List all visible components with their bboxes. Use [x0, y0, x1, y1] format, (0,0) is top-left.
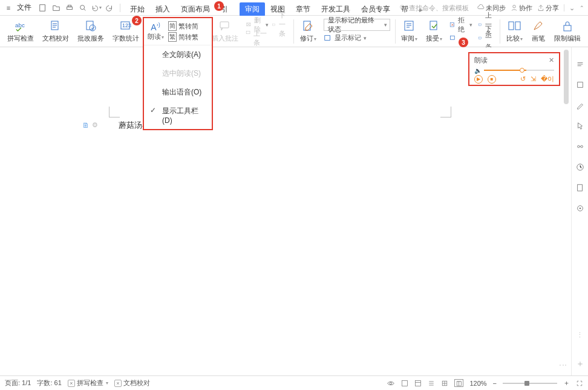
- sb-view2-icon[interactable]: [414, 380, 422, 387]
- qa-undo-icon[interactable]: ▾: [91, 2, 102, 13]
- qa-preview-icon[interactable]: [77, 2, 88, 13]
- prev-comment[interactable]: 上一条: [246, 29, 269, 47]
- search-box[interactable]: 查找命令、搜索模板: [396, 2, 472, 14]
- sb-page[interactable]: 页面: 1/1: [5, 378, 31, 388]
- play-icon[interactable]: ▶: [474, 75, 483, 84]
- next-comment[interactable]: 下一条: [272, 19, 289, 31]
- document-canvas: 🗎 ⚙ 蘑菇汤早餐: [0, 47, 570, 375]
- tab-review[interactable]: 审阅: [240, 2, 265, 16]
- t2s-btn[interactable]: 简繁转简: [168, 21, 212, 31]
- sb-zoom[interactable]: 120%: [469, 380, 486, 387]
- qa-redo-icon[interactable]: [104, 2, 115, 13]
- read-full[interactable]: 全文朗读(A): [144, 45, 212, 64]
- show-final-combo[interactable]: 显示标记的最终状态: [324, 19, 390, 31]
- lock-icon: [560, 19, 575, 33]
- compare-icon: [508, 19, 522, 33]
- tab-start[interactable]: 开始: [125, 2, 150, 16]
- statusbar: 页面: 1/1 字数: 61 ×拼写检查▾ ×文档校对 ◫ 120% − ＋: [0, 375, 588, 390]
- rg-insert-comment[interactable]: 插入批注: [208, 17, 242, 46]
- cloud-off-icon: [477, 4, 485, 12]
- rg-spellcheck[interactable]: abc 拼写检查: [4, 17, 38, 46]
- tab-vip[interactable]: 会员专享: [356, 2, 396, 16]
- file-menu[interactable]: 文件: [17, 2, 31, 13]
- doc-gear-icon[interactable]: ⚙: [92, 121, 98, 129]
- rt-tool-icon[interactable]: [575, 203, 585, 213]
- scrollbar-thumb[interactable]: [564, 50, 569, 104]
- rt-plus-icon[interactable]: ＋: [576, 359, 584, 369]
- share-link[interactable]: 分享: [537, 4, 559, 13]
- audio-slider[interactable]: 🔈: [474, 67, 554, 73]
- read-menu: 全文朗读(A) 选中朗读(S) 输出语音(O) ✓显示工具栏(D): [144, 45, 212, 129]
- tab-dev[interactable]: 开发工具: [316, 2, 356, 16]
- rg-review[interactable]: 审阅▾: [397, 17, 421, 46]
- sb-view4-icon[interactable]: [441, 380, 448, 387]
- sb-zoom-in-icon[interactable]: ＋: [563, 378, 570, 388]
- tab-chapter[interactable]: 章节: [290, 2, 316, 16]
- rt-cursor-icon[interactable]: [575, 121, 585, 131]
- prev-change-icon: [479, 21, 482, 28]
- rg-approve[interactable]: 批改服务: [74, 17, 108, 46]
- read-button[interactable]: A›) 朗读▾: [144, 18, 167, 45]
- scroll-dots-icon: ⋮: [559, 362, 567, 368]
- rg-docproof[interactable]: 文档校对: [39, 17, 73, 46]
- rg-revise[interactable]: 修订▾: [296, 17, 320, 46]
- caret-down-icon[interactable]: ⌃: [580, 5, 584, 11]
- hamburger-icon[interactable]: ≡: [4, 3, 13, 13]
- stop-icon[interactable]: ■: [488, 75, 496, 84]
- sb-spell[interactable]: ×拼写检查▾: [68, 378, 108, 388]
- read-toolbar[interactable]: ✓显示工具栏(D): [144, 102, 212, 129]
- qa-print-icon[interactable]: [64, 2, 75, 13]
- coop-link[interactable]: 协作: [511, 4, 532, 13]
- rg-compare[interactable]: 比较▾: [503, 17, 526, 46]
- vertical-scrollbar[interactable]: [564, 50, 569, 373]
- audio-close-icon[interactable]: ✕: [549, 56, 554, 64]
- badge-2: 2: [132, 16, 142, 25]
- rt-pencil-icon[interactable]: [575, 101, 585, 110]
- sb-proof[interactable]: ×文档校对: [114, 378, 150, 388]
- sb-fit-icon[interactable]: ◫: [454, 379, 463, 387]
- sb-zoom-out-icon[interactable]: −: [493, 380, 497, 387]
- rg-restrict[interactable]: 限制编辑: [550, 17, 584, 46]
- sb-view1-icon[interactable]: [401, 380, 408, 387]
- rg-accept[interactable]: 接受▾: [422, 17, 446, 46]
- audio-panel: 朗读 ✕ 🔈 ▶ ■ ↺ ⇲ �이: [468, 52, 560, 86]
- sb-view3-icon[interactable]: [428, 380, 435, 387]
- s2t-btn[interactable]: 繁简转繁: [168, 32, 212, 42]
- badge-1: 1: [214, 1, 224, 11]
- settings-audio-icon[interactable]: �이: [541, 74, 554, 84]
- rt-clock-icon[interactable]: [575, 162, 585, 172]
- spellcheck-icon: abc: [13, 19, 28, 33]
- rt-style-icon[interactable]: [575, 80, 585, 90]
- svg-point-3: [80, 5, 85, 9]
- rt-select-icon[interactable]: [575, 59, 585, 69]
- search-icon: [399, 4, 407, 12]
- qa-new-icon[interactable]: [38, 2, 48, 13]
- zoom-thumb[interactable]: [524, 381, 529, 386]
- page-corner-tl: [109, 107, 120, 117]
- right-toolbar: ⋮ ＋: [571, 47, 588, 375]
- slider-thumb[interactable]: [520, 68, 524, 73]
- svg-rect-29: [515, 22, 520, 30]
- sb-words[interactable]: 字数: 61: [37, 378, 61, 388]
- reject-btn[interactable]: 拒绝▾: [449, 19, 472, 31]
- show-marks[interactable]: 显示标记▾: [324, 32, 390, 44]
- sb-expand-icon[interactable]: [576, 380, 583, 387]
- tab-layout[interactable]: 页面布局: [175, 2, 215, 16]
- read-output[interactable]: 输出语音(O): [144, 83, 212, 102]
- pin-icon[interactable]: ⇲: [531, 75, 536, 83]
- pen-icon: [531, 19, 546, 33]
- volume-icon: 🔈: [474, 67, 482, 74]
- rg-accept-nav2: 上一条 下一条: [476, 18, 497, 45]
- zoom-slider[interactable]: [503, 383, 557, 384]
- qa-open-icon[interactable]: [51, 2, 62, 13]
- rt-page-icon[interactable]: [575, 183, 585, 193]
- rt-link-icon[interactable]: [575, 142, 585, 151]
- sb-eye-icon[interactable]: [387, 379, 395, 388]
- rt-dots-icon[interactable]: ⋮: [577, 331, 583, 339]
- tab-insert[interactable]: 插入: [150, 2, 175, 16]
- rg-pen[interactable]: 画笔: [528, 17, 549, 46]
- chevrons-icon[interactable]: ⌄: [569, 4, 575, 12]
- history-icon[interactable]: ↺: [520, 75, 526, 83]
- ribbon-sep-1: [293, 19, 294, 44]
- next-change[interactable]: 下一条: [479, 32, 495, 44]
